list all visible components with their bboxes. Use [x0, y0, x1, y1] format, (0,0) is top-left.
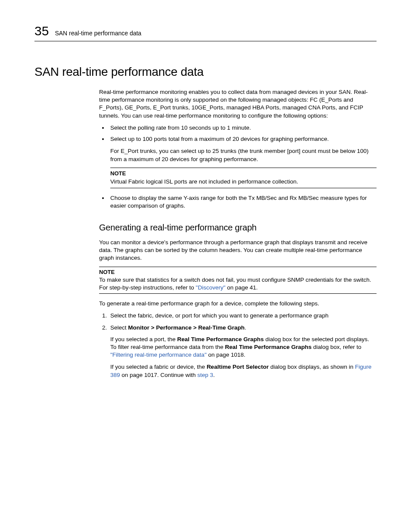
list-item-text: Select up to 100 ports total from a maxi…: [110, 136, 329, 142]
heading-2: Generating a real-time performance graph: [99, 223, 377, 233]
list-sub-paragraph: For E_Port trunks, you can select up to …: [110, 147, 377, 163]
note-body: Virtual Fabric logical ISL ports are not…: [110, 178, 377, 186]
step-text: on page 1018.: [206, 352, 245, 358]
bullet-list: Select the polling rate from 10 seconds …: [99, 124, 377, 210]
dialog-name: Real Time Performance Graphs: [177, 336, 264, 342]
note-rule-top: [99, 267, 377, 267]
note-text: on page 41.: [225, 284, 258, 291]
intro-paragraph: Real-time performance monitoring enables…: [99, 88, 377, 120]
document-page: 35 SAN real-time performance data SAN re…: [0, 0, 411, 409]
step-text: .: [213, 372, 215, 378]
list-item: Select up to 100 ports total from a maxi…: [109, 135, 377, 188]
note-body: To make sure that statistics for a switc…: [99, 276, 377, 292]
note-rule-bottom: [110, 188, 377, 188]
step-text: If you selected a fabric or device, the: [110, 364, 207, 370]
list-item: Select Monitor > Performance > Real-Time…: [109, 324, 377, 379]
list-item: Choose to display the same Y-axis range …: [109, 194, 377, 210]
chapter-number: 35: [34, 24, 49, 38]
step-text: on page 1017. Continue with: [120, 372, 197, 378]
step-text: dialog box displays, as shown in: [269, 364, 355, 370]
cross-reference-link[interactable]: "Filtering real-time performance data": [110, 352, 206, 358]
note-block: NOTE Virtual Fabric logical ISL ports ar…: [110, 168, 377, 188]
step-sub-paragraph: If you selected a fabric or device, the …: [110, 363, 377, 379]
dialog-name: Realtime Port Selector: [207, 364, 269, 370]
step-text: .: [245, 324, 246, 331]
ordered-list: Select the fabric, device, or port for w…: [99, 312, 377, 379]
heading-1: SAN real-time performance data: [34, 65, 377, 79]
menu-path: Monitor > Performance > Real-Time Graph: [128, 324, 245, 331]
step-text: dialog box, refer to: [311, 344, 361, 350]
content-column: Real-time performance monitoring enables…: [99, 88, 377, 379]
step-text: If you selected a port, the: [110, 336, 177, 342]
step-text: Select: [110, 324, 128, 331]
list-item: Select the polling rate from 10 seconds …: [109, 124, 377, 132]
body-paragraph: You can monitor a device's performance t…: [99, 239, 377, 262]
running-header: 35 SAN real-time performance data: [34, 24, 377, 41]
step-sub-paragraph: If you selected a port, the Real Time Pe…: [110, 336, 377, 359]
note-label: NOTE: [99, 269, 377, 275]
note-rule-bottom: [99, 293, 377, 294]
note-rule-top: [110, 168, 377, 168]
note-block: NOTE To make sure that statistics for a …: [99, 267, 377, 294]
dialog-name: Real Time Performance Graphs: [225, 344, 311, 350]
body-paragraph: To generate a real-time performance grap…: [99, 300, 377, 308]
cross-reference-link[interactable]: step 3: [197, 372, 213, 378]
list-item: Select the fabric, device, or port for w…: [109, 312, 377, 320]
note-label: NOTE: [110, 170, 377, 177]
cross-reference-link[interactable]: "Discovery": [196, 284, 225, 291]
running-title: SAN real-time performance data: [55, 30, 141, 37]
